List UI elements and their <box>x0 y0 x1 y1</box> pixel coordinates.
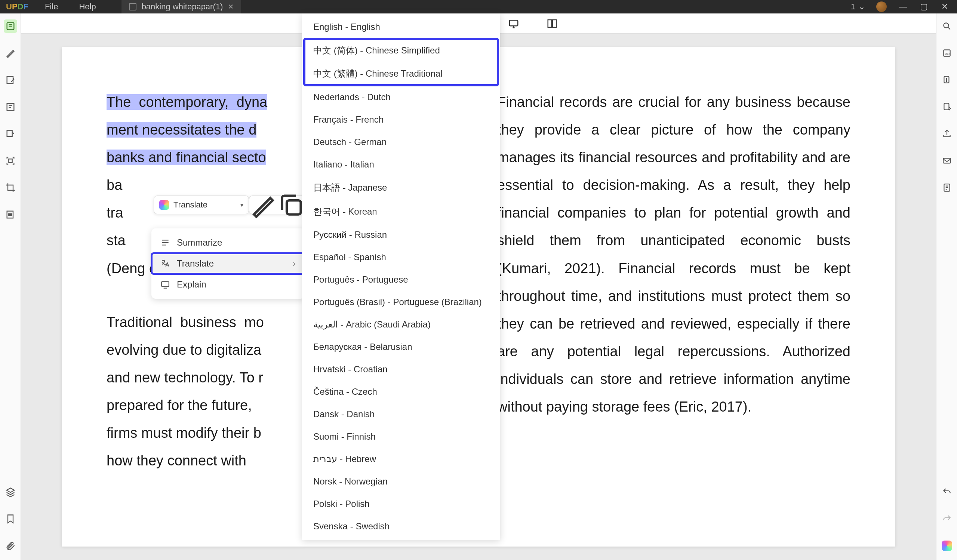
lang-option-chinese-traditional[interactable]: 中文 (繁體) - Chinese Traditional <box>304 62 498 85</box>
layers-icon[interactable] <box>4 485 17 499</box>
lang-option-swedish[interactable]: Svenska - Swedish <box>302 515 500 538</box>
lang-option-czech[interactable]: Čeština - Czech <box>302 380 500 403</box>
translate-icon <box>160 259 170 268</box>
crop-tool-icon[interactable] <box>4 181 17 194</box>
right-sidebar: ocr <box>936 13 957 560</box>
svg-rect-3 <box>7 131 12 136</box>
presentation-icon[interactable] <box>508 18 519 29</box>
body-text: tra <box>107 205 123 221</box>
lang-option-japanese[interactable]: 日本語 - Japanese <box>302 176 500 200</box>
minimize-button[interactable]: — <box>898 2 908 12</box>
tab-title: banking whitepapar(1) <box>142 2 223 12</box>
close-tab-icon[interactable]: ✕ <box>228 3 234 11</box>
body-text: Financial records are crucial for any bu… <box>497 88 850 421</box>
user-avatar[interactable] <box>876 2 887 12</box>
chevron-down-icon[interactable]: ▾ <box>240 202 243 208</box>
svg-rect-9 <box>553 20 557 27</box>
lang-option-polish[interactable]: Polski - Polish <box>302 493 500 515</box>
lang-option-croatian[interactable]: Hrvatski - Croatian <box>302 358 500 380</box>
redact-tool-icon[interactable] <box>4 208 17 221</box>
email-icon[interactable] <box>940 154 954 167</box>
lang-option-arabic[interactable]: العربية - Arabic (Saudi Arabia) <box>302 313 500 336</box>
svg-rect-6 <box>8 214 12 216</box>
ocr-icon[interactable]: ocr <box>940 46 954 60</box>
svg-point-12 <box>944 23 948 28</box>
lang-option-finnish[interactable]: Suomi - Finnish <box>302 426 500 448</box>
lang-option-italian[interactable]: Italiano - Italian <box>302 153 500 176</box>
compress-icon[interactable] <box>940 73 954 87</box>
lang-option-belarusian[interactable]: Беларуская - Belarusian <box>302 336 500 358</box>
redo-icon[interactable] <box>940 512 954 525</box>
translate-label: Translate <box>174 200 236 210</box>
highlighted-text[interactable]: ment necessitates the d <box>107 122 256 137</box>
lang-option-korean[interactable]: 한국어 - Korean <box>302 200 500 224</box>
svg-rect-16 <box>944 103 949 110</box>
left-sidebar <box>0 13 21 560</box>
menu-file[interactable]: File <box>35 2 68 12</box>
lang-option-norwegian[interactable]: Norsk - Norwegian <box>302 470 500 493</box>
convert-icon[interactable] <box>940 100 954 114</box>
attachment-icon[interactable] <box>4 539 17 552</box>
summarize-icon <box>160 238 170 248</box>
ai-icon <box>159 200 169 210</box>
titlebar: UPDF File Help banking whitepapar(1) ✕ 1… <box>0 0 957 13</box>
lang-option-chinese-simplified[interactable]: 中文 (简体) - Chinese Simplified <box>304 39 498 62</box>
search-icon[interactable] <box>940 19 954 33</box>
lang-option-portuguese-brazil[interactable]: Português (Brasil) - Portuguese (Brazili… <box>302 291 500 313</box>
share-icon[interactable] <box>940 127 954 140</box>
reader-tool-icon[interactable] <box>4 19 17 33</box>
document-tab[interactable]: banking whitepapar(1) ✕ <box>122 0 242 13</box>
bookmark-icon[interactable] <box>4 512 17 525</box>
form-tool-icon[interactable] <box>4 100 17 114</box>
svg-rect-1 <box>7 77 13 84</box>
menu-help[interactable]: Help <box>68 2 106 12</box>
highlighter-icon[interactable] <box>250 191 277 219</box>
lang-option-danish[interactable]: Dansk - Danish <box>302 403 500 426</box>
ocr-tool-icon[interactable] <box>4 154 17 167</box>
menu-item-translate[interactable]: Translate › <box>152 253 305 274</box>
page-tool-icon[interactable] <box>4 127 17 140</box>
highlighted-text[interactable]: The contemporary, dyna <box>107 94 267 110</box>
menu-label: Summarize <box>177 237 222 248</box>
lang-option-spanish[interactable]: Español - Spanish <box>302 246 500 268</box>
menu-label: Explain <box>177 279 206 290</box>
copy-icon[interactable] <box>277 191 305 219</box>
svg-rect-10 <box>287 200 301 215</box>
ai-assistant-icon[interactable] <box>940 539 954 552</box>
svg-rect-4 <box>9 159 12 162</box>
close-window-button[interactable]: ✕ <box>940 2 949 12</box>
lang-option-dutch[interactable]: Nederlands - Dutch <box>302 86 500 109</box>
undo-icon[interactable] <box>940 485 954 499</box>
highlighted-text[interactable]: banks and financial secto <box>107 150 266 165</box>
highlighter-tool-icon[interactable] <box>4 46 17 60</box>
notification-badge[interactable]: 1 ⌄ <box>851 2 865 12</box>
view-mode-icon[interactable] <box>546 18 558 29</box>
menu-label: Translate <box>177 258 214 269</box>
toolbar-divider <box>533 18 533 29</box>
menu-item-explain[interactable]: Explain <box>152 274 305 295</box>
lang-option-hebrew[interactable]: עברית - Hebrew <box>302 448 500 470</box>
print-icon[interactable] <box>940 181 954 194</box>
translate-pill[interactable]: Translate ▾ <box>154 196 249 214</box>
body-text: ba <box>107 177 122 193</box>
lang-option-german[interactable]: Deutsch - German <box>302 131 500 153</box>
lang-option-portuguese[interactable]: Português - Portuguese <box>302 268 500 291</box>
svg-rect-11 <box>161 281 169 286</box>
lang-highlighted-group: 中文 (简体) - Chinese Simplified 中文 (繁體) - C… <box>304 39 498 85</box>
badge-count: 1 <box>851 2 855 12</box>
right-column: Financial records are crucial for any bu… <box>497 88 850 505</box>
svg-rect-7 <box>510 20 518 26</box>
svg-text:ocr: ocr <box>945 51 950 55</box>
chevron-right-icon: › <box>293 258 296 269</box>
lang-option-russian[interactable]: Русский - Russian <box>302 224 500 246</box>
maximize-button[interactable]: ▢ <box>919 2 929 12</box>
lang-option-english[interactable]: English - English <box>302 16 500 38</box>
menu-item-summarize[interactable]: Summarize <box>152 232 305 253</box>
translate-pill-tools <box>249 196 306 214</box>
lang-option-french[interactable]: Français - French <box>302 109 500 131</box>
app-logo: UPDF <box>0 2 35 12</box>
svg-rect-17 <box>943 158 951 163</box>
main-area: 3 / 14 The contemporary, dyna ment neces… <box>21 13 936 560</box>
edit-tool-icon[interactable] <box>4 73 17 87</box>
chevron-down-icon: ⌄ <box>858 2 865 12</box>
